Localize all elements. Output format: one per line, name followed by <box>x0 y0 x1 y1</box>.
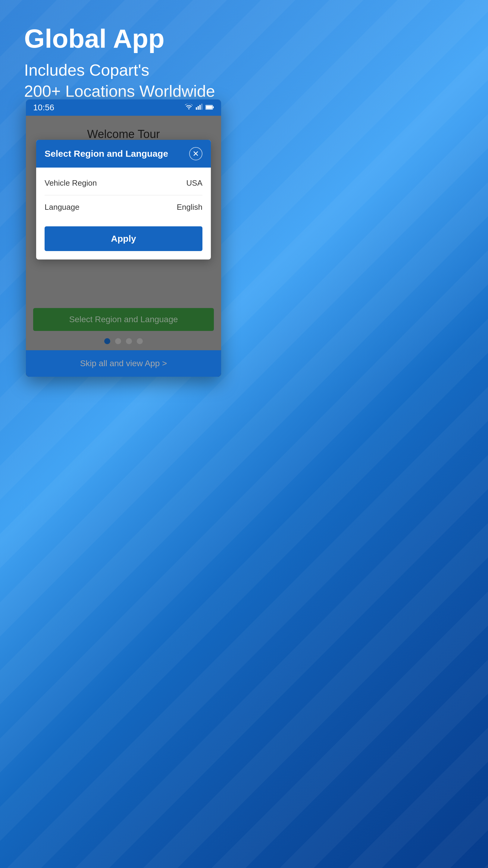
header-section: Global App Includes Copart's200+ Locatio… <box>24 24 215 101</box>
dialog-title: Select Region and Language <box>44 149 168 159</box>
app-subtitle: Includes Copart's200+ Locations Worldwid… <box>24 59 215 101</box>
vehicle-region-label: Vehicle Region <box>44 179 97 188</box>
svg-rect-1 <box>198 106 199 110</box>
dialog-box: Select Region and Language ✕ Vehicle Reg… <box>36 140 211 259</box>
dialog-header: Select Region and Language ✕ <box>36 140 211 167</box>
app-title: Global App <box>24 24 215 53</box>
status-icons <box>185 104 214 112</box>
wifi-icon <box>185 104 193 112</box>
language-label: Language <box>44 203 79 212</box>
battery-icon <box>205 104 214 112</box>
status-bar: 10:56 <box>26 99 221 116</box>
phone-frame: 10:56 <box>26 99 221 377</box>
language-row[interactable]: Language English <box>44 195 202 219</box>
screen-content: Welcome Tour <box>26 116 221 350</box>
dialog-overlay: Select Region and Language ✕ Vehicle Reg… <box>26 116 221 350</box>
footer-bar: Skip all and view App > <box>26 350 221 377</box>
svg-rect-6 <box>213 106 214 108</box>
svg-rect-0 <box>196 107 197 110</box>
svg-rect-3 <box>201 104 202 110</box>
skip-text[interactable]: Skip all and view App > <box>80 359 167 368</box>
dialog-close-button[interactable]: ✕ <box>189 147 202 160</box>
svg-rect-5 <box>206 106 213 109</box>
dialog-body: Vehicle Region USA Language English Appl… <box>36 167 211 259</box>
apply-button[interactable]: Apply <box>44 226 202 251</box>
signal-icon <box>196 104 202 112</box>
status-time: 10:56 <box>33 103 54 113</box>
vehicle-region-value: USA <box>187 179 202 188</box>
language-value: English <box>177 203 202 212</box>
vehicle-region-row[interactable]: Vehicle Region USA <box>44 174 202 195</box>
svg-rect-2 <box>199 105 201 110</box>
